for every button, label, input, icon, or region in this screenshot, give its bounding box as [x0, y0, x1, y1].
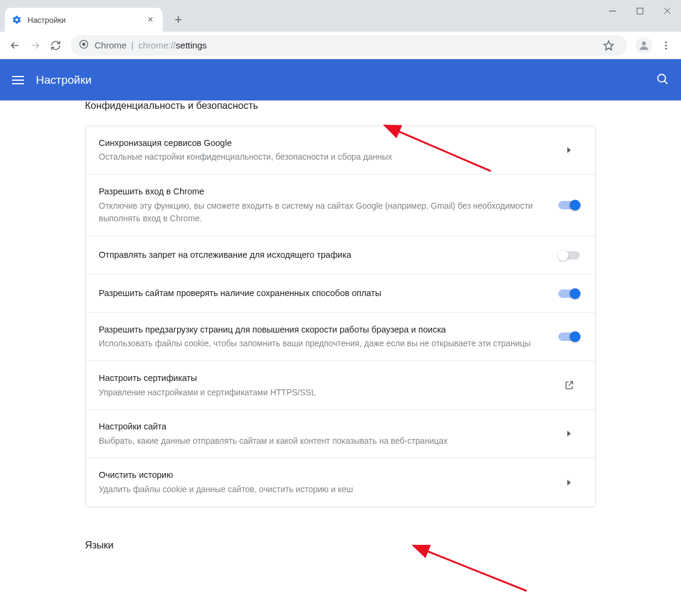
svg-point-10 [658, 74, 665, 82]
row-subtitle: Остальные настройки конфиденциальности, … [99, 151, 544, 164]
row-do-not-track[interactable]: Отправлять запрет на отслеживание для ис… [86, 236, 595, 275]
settings-content-scroll[interactable]: Дополнительные Конфиденциальность и безо… [0, 100, 681, 616]
section-privacy-title: Конфиденциальность и безопасность [85, 100, 596, 111]
row-site-settings[interactable]: Настройки сайта Выбрать, какие данные от… [86, 410, 595, 458]
row-title: Разрешить вход в Chrome [99, 185, 544, 198]
privacy-card: Синхронизация сервисов Google Остальные … [85, 126, 596, 507]
settings-search-icon[interactable] [656, 72, 669, 88]
settings-app-header: Настройки [0, 59, 681, 100]
row-certificates[interactable]: Настроить сертификаты Управление настрой… [86, 361, 595, 410]
svg-marker-5 [604, 41, 613, 50]
browser-tab[interactable]: Настройки × [5, 8, 163, 32]
settings-favicon [12, 15, 22, 25]
row-payment-methods[interactable]: Разрешить сайтам проверять наличие сохра… [86, 275, 595, 313]
forward-button[interactable] [25, 35, 45, 56]
svg-point-9 [665, 47, 667, 49]
row-subtitle: Управление настройками и сертификатами H… [99, 386, 544, 400]
row-title: Очистить историю [99, 468, 544, 481]
window-titlebar: Настройки × + [0, 0, 681, 32]
row-preload-pages[interactable]: Разрешить предзагрузку страниц для повыш… [86, 313, 595, 361]
new-tab-button[interactable]: + [170, 11, 187, 28]
url-host: Chrome [95, 40, 126, 50]
window-minimize-button[interactable] [598, 0, 626, 22]
profile-avatar-button[interactable] [636, 37, 652, 54]
row-title: Разрешить сайтам проверять наличие сохра… [99, 286, 544, 300]
chevron-right-icon [567, 480, 571, 486]
row-subtitle: Выбрать, какие данные отправлять сайтам … [99, 435, 544, 448]
menu-hamburger-icon[interactable] [12, 74, 24, 87]
address-bar[interactable]: Chrome | chrome://settings [71, 35, 627, 56]
window-maximize-button[interactable] [626, 0, 653, 22]
toggle-payment-methods[interactable] [558, 289, 580, 298]
url-path: settings [176, 40, 207, 50]
browser-menu-icon[interactable] [656, 35, 676, 56]
toggle-do-not-track[interactable] [558, 251, 580, 260]
url-protocol: chrome:// [138, 40, 176, 50]
row-subtitle: Использовать файлы cookie, чтобы запомни… [99, 337, 544, 350]
row-title: Отправлять запрет на отслеживание для ис… [99, 248, 544, 261]
toggle-preload-pages[interactable] [558, 333, 580, 341]
browser-toolbar: Chrome | chrome://settings [0, 32, 681, 59]
window-close-button[interactable] [653, 0, 681, 22]
row-title: Настройки сайта [99, 420, 544, 433]
section-languages-title: Языки [85, 539, 596, 557]
svg-point-7 [665, 41, 667, 43]
reload-button[interactable] [45, 35, 66, 56]
row-title: Настроить сертификаты [99, 371, 544, 385]
bookmark-star-icon[interactable] [598, 35, 619, 56]
url-separator: | [131, 40, 133, 50]
row-title: Синхронизация сервисов Google [99, 136, 544, 150]
row-subtitle: Удалить файлы cookie и данные сайтов, оч… [99, 483, 544, 496]
svg-point-8 [665, 44, 667, 46]
tab-close-icon[interactable]: × [145, 12, 156, 28]
row-clear-history[interactable]: Очистить историю Удалить файлы cookie и … [86, 458, 595, 506]
open-external-icon [556, 380, 582, 391]
svg-line-11 [664, 81, 667, 84]
app-title: Настройки [36, 74, 92, 87]
row-title: Разрешить предзагрузку страниц для повыш… [99, 323, 544, 336]
tab-title: Настройки [28, 16, 145, 25]
row-google-sync[interactable]: Синхронизация сервисов Google Остальные … [86, 126, 595, 175]
row-subtitle: Отключив эту функцию, вы сможете входить… [99, 200, 544, 225]
svg-rect-0 [637, 8, 643, 14]
site-info-icon[interactable] [79, 39, 89, 51]
chevron-right-icon [567, 431, 571, 437]
svg-point-4 [82, 42, 85, 45]
row-allow-signin[interactable]: Разрешить вход в Chrome Отключив эту фун… [86, 175, 595, 236]
chevron-right-icon [567, 147, 571, 153]
toggle-allow-signin[interactable] [558, 201, 580, 209]
back-button[interactable] [5, 35, 25, 56]
svg-point-6 [642, 41, 646, 45]
